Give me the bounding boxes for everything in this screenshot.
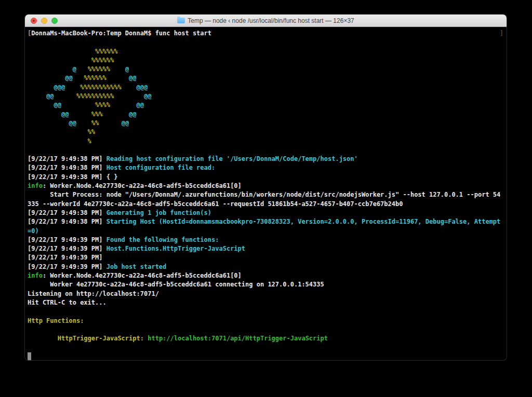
logo-at-glyphs: @@ [54,101,61,108]
logo-at-glyphs: @@ [65,74,72,81]
logo-at-glyphs: @@ [61,111,69,118]
logo-percent-glyphs: %%%% [95,101,110,108]
terminal-text: [9/22/17 9:49:39 PM] [28,263,107,270]
terminal-text: info [28,272,43,279]
terminal-text: Host configuration file read: [107,164,216,171]
window-titlebar[interactable]: Temp — node ‹ node /usr/local/bin/func h… [25,15,507,27]
logo-at-glyphs: @@ [137,101,144,108]
logo-percent-glyphs: %%%%%%%%%%% [80,84,121,91]
terminal-text: HttpTrigger-JavaScript: [58,335,144,342]
close-button[interactable] [31,18,37,24]
terminal-line: Worker 4e27730c-a22a-46c8-adf5-b5cceddc6… [28,280,504,289]
terminal-text: Starting Host (HostId=donnamsmacbookpro-… [107,218,501,225]
terminal-text: [9/22/17 9:49:38 PM] [28,155,107,162]
terminal-line: [9/22/17 9:49:38 PM] Host configuration … [28,163,504,172]
logo-at-glyphs: @@@ [54,84,65,91]
terminal-text: info [28,182,43,189]
logo-percent-glyphs: %%%%%% [88,65,110,73]
terminal-text: Worker 4e27730c-a22a-46c8-adf5-b5cceddc6… [28,281,324,288]
logo-at-glyphs: @@ [129,111,136,118]
logo-line: @@ %% @@ [28,119,504,128]
terminal-cursor [28,352,31,360]
terminal-text: Found the following functions: [107,236,219,243]
terminal-text: Host.Functions.HttpTrigger-JavaScript [107,245,245,252]
logo-percent-glyphs: %%%%%% [84,74,106,81]
terminal-text: Http Functions: [28,317,84,324]
terminal-text: [9/22/17 9:49:38 PM] [28,218,107,225]
terminal-text: [9/22/17 9:49:38 PM] [28,164,107,171]
terminal-line [28,146,504,155]
terminal-text: Generating 1 job function(s) [107,209,211,216]
logo-line: %% [28,128,504,136]
prompt-right-mark: ] [500,29,503,38]
logo-line: @@ %%%%%% @@ [28,74,504,83]
terminal-text: Start Process: node "/Users/DonnaM/.azur… [28,191,500,198]
terminal-line: =0) [28,227,504,236]
terminal-text: Listening on http://localhost:7071/ [28,290,159,297]
logo-percent-glyphs: %% [88,128,95,135]
terminal-line: [9/22/17 9:49:39 PM] [28,253,504,262]
logo-line: %%%%%% [28,47,504,56]
traffic-lights [31,15,58,26]
logo-line: @@@ %%%%%%%%%%% @@@ [28,83,504,92]
terminal-text: Reading host configuration file '/Users/… [107,155,358,162]
logo-line: %%%%%% [28,56,504,65]
logo-at-glyphs: @@ [144,92,151,100]
logo-percent-glyphs: %%%%%% [95,48,117,55]
title-container: Temp — node ‹ node /usr/local/bin/func h… [177,17,354,24]
terminal-text: 335 --workerId 4e27730c-a22a-46c8-adf5-b… [28,200,403,208]
terminal-text: [9/22/17 9:49:39 PM] [28,245,107,252]
logo-percent-glyphs: %%% [91,111,103,118]
terminal-text: =0) [28,227,39,235]
terminal-line: Start Process: node "/Users/DonnaM/.azur… [28,190,504,199]
terminal-line: [9/22/17 9:49:38 PM] Starting Host (Host… [28,217,504,226]
logo-line: @ %%%%%% @ [28,65,504,74]
prompt-line: [DonnaMs-MacBook-Pro:Temp DonnaM$ func h… [28,29,504,38]
logo-percent-glyphs: %%%%%% [91,57,114,64]
logo-percent-glyphs: %% [91,119,99,127]
terminal-line: [9/22/17 9:49:38 PM] Generating 1 job fu… [28,209,504,217]
terminal-line: [9/22/17 9:49:39 PM] Job host started [28,263,504,271]
terminal-line: Http Functions: [28,317,504,325]
terminal-text: [9/22/17 9:49:38 PM] [28,209,107,216]
zoom-button[interactable] [51,18,58,24]
logo-line: @@ %%% @@ [28,110,504,119]
terminal-line [28,343,504,352]
terminal-text: [9/22/17 9:49:39 PM] [28,236,107,243]
terminal-line: [9/22/17 9:49:38 PM] Reading host config… [28,155,504,163]
logo-percent-glyphs: % [88,138,91,145]
terminal-line: info: Worker.Node.4e27730c-a22a-46c8-adf… [28,182,504,190]
terminal-line [28,307,504,316]
folder-icon [177,18,185,23]
terminal-text: http://localhost:7071/api/HttpTrigger-Ja… [148,335,328,342]
logo-percent-glyphs: %%%%%%%%%% [76,92,114,100]
terminal-line: info: Worker.Node.4e27730c-a22a-46c8-adf… [28,271,504,280]
terminal-line [28,325,504,334]
terminal-line: 335 --workerId 4e27730c-a22a-46c8-adf5-b… [28,200,504,209]
logo-at-glyphs: @@ [46,92,54,100]
terminal-line: Hit CTRL-C to exit... [28,298,504,307]
minimize-button[interactable] [41,18,47,24]
terminal-line: HttpTrigger-JavaScript: http://localhost… [28,334,504,343]
terminal-text: [9/22/17 9:49:38 PM] { } [28,173,117,181]
terminal-line: Listening on http://localhost:7071/ [28,290,504,298]
cursor-line [28,352,504,360]
terminal-text [28,335,58,342]
terminal-text: [9/22/17 9:49:39 PM] [28,254,107,261]
logo-line: % [28,137,504,146]
logo-at-glyphs: @ [73,65,76,73]
terminal-text: Hit CTRL-C to exit... [28,299,107,306]
window-title: Temp — node ‹ node /usr/local/bin/func h… [188,17,354,24]
terminal-text: : Worker.Node.4e27730c-a22a-46c8-adf5-b5… [43,182,242,189]
logo-at-glyphs: @@ [122,119,129,127]
terminal-line: [9/22/17 9:49:38 PM] { } [28,173,504,182]
logo-line: @@ %%%% @@ [28,101,504,109]
terminal-text: : Worker.Node.4e27730c-a22a-46c8-adf5-b5… [43,272,242,279]
logo-line: @@ %%%%%%%%%% @@ [28,92,504,101]
terminal-screen[interactable]: [DonnaMs-MacBook-Pro:Temp DonnaM$ func h… [25,27,507,360]
terminal-line: [9/22/17 9:49:39 PM] Host.Functions.Http… [28,244,504,253]
terminal-window: Temp — node ‹ node /usr/local/bin/func h… [25,15,507,360]
logo-at-glyphs: @@ [69,119,76,127]
logo-at-glyphs: @@ [129,74,136,81]
terminal-line [28,38,504,47]
